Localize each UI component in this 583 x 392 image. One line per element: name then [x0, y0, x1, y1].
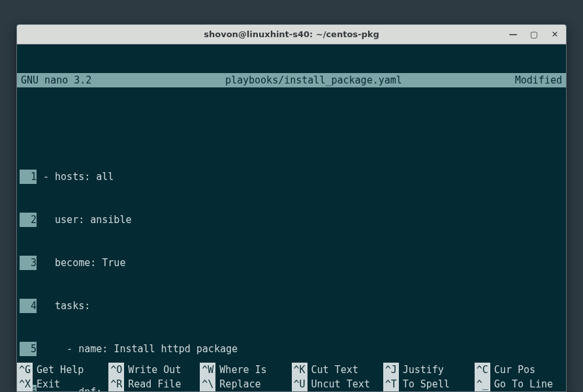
line-text: - hosts: all — [43, 170, 114, 184]
shortcut-key: ^C — [475, 363, 490, 377]
shortcut-key: ^_ — [475, 377, 490, 391]
line-number: 1 — [20, 170, 37, 184]
shortcut-label: Write Out — [128, 363, 181, 377]
line-number: 3 — [20, 256, 37, 270]
nano-app: GNU nano 3.2 — [21, 73, 112, 87]
editor-line: 2 user: ansible — [20, 213, 566, 227]
window-title: shovon@linuxhint-s40: ~/centos-pkg — [17, 29, 566, 39]
nano-header: GNU nano 3.2 playbooks/install_package.y… — [17, 73, 566, 87]
shortcut-label: Exit — [37, 377, 60, 391]
shortcut-key: ^O — [108, 363, 124, 377]
line-text: user: ansible — [43, 213, 131, 227]
line-number: 4 — [20, 299, 37, 313]
terminal-window: shovon@linuxhint-s40: ~/centos-pkg — ▢ ✕… — [16, 24, 567, 392]
shortcut-key: ^G — [17, 363, 33, 377]
shortcut-key: ^K — [292, 363, 307, 377]
line-text: become: True — [43, 256, 125, 270]
line-text: tasks: — [43, 299, 90, 313]
shortcut-key: ^W — [200, 363, 215, 377]
shortcut-label: Where Is — [219, 363, 266, 377]
shortcut-key: ^J — [383, 363, 399, 377]
editor-line: 1- hosts: all — [20, 170, 566, 184]
line-number: 2 — [20, 213, 37, 227]
shortcut-to-spell[interactable]: ^TTo Spell — [383, 377, 475, 391]
editor-line: 3 become: True — [20, 256, 566, 270]
shortcut-label: Cut Text — [311, 363, 358, 377]
terminal-area[interactable]: GNU nano 3.2 playbooks/install_package.y… — [17, 44, 566, 391]
line-text: - name: Install httpd package — [43, 342, 238, 356]
nano-shortcuts: ^GGet Help ^OWrite Out ^WWhere Is ^KCut … — [17, 363, 566, 391]
editor-line: 4 tasks: — [20, 299, 566, 313]
editor-line: 5 - name: Install httpd package — [20, 342, 566, 356]
shortcut-label: Read File — [128, 377, 181, 391]
nano-status: Modified — [515, 73, 562, 87]
shortcut-replace[interactable]: ^\Replace — [200, 377, 291, 391]
shortcut-get-help[interactable]: ^GGet Help — [17, 363, 108, 377]
window-buttons: — ▢ ✕ — [505, 27, 563, 42]
shortcut-key: ^\ — [200, 377, 215, 391]
shortcut-cut-text[interactable]: ^KCut Text — [292, 363, 383, 377]
shortcut-label: Cur Pos — [494, 363, 535, 377]
shortcut-where-is[interactable]: ^WWhere Is — [200, 363, 291, 377]
shortcut-label: Go To Line — [494, 377, 553, 391]
line-number: 5 — [20, 342, 37, 356]
shortcut-label: To Spell — [403, 377, 450, 391]
shortcut-key: ^X — [17, 377, 33, 391]
close-button[interactable]: ✕ — [546, 27, 563, 42]
shortcut-justify[interactable]: ^JJustify — [383, 363, 475, 377]
shortcut-exit[interactable]: ^XExit — [17, 377, 108, 391]
nano-file: playbooks/install_package.yaml — [112, 73, 515, 87]
shortcut-uncut-text[interactable]: ^UUncut Text — [292, 377, 383, 391]
titlebar: shovon@linuxhint-s40: ~/centos-pkg — ▢ ✕ — [17, 25, 566, 44]
editor-body[interactable]: 1- hosts: all 2 user: ansible 3 become: … — [17, 130, 566, 391]
shortcut-key: ^U — [292, 377, 307, 391]
shortcut-label: Justify — [403, 363, 444, 377]
maximize-button[interactable]: ▢ — [526, 27, 543, 42]
shortcut-label: Replace — [219, 377, 260, 391]
shortcut-cur-pos[interactable]: ^CCur Pos — [475, 363, 566, 377]
shortcut-key: ^T — [383, 377, 399, 391]
minimize-button[interactable]: — — [505, 27, 522, 42]
shortcut-label: Get Help — [37, 363, 84, 377]
shortcut-label: Uncut Text — [311, 377, 370, 391]
shortcut-key: ^R — [108, 377, 124, 391]
shortcut-write-out[interactable]: ^OWrite Out — [108, 363, 200, 377]
shortcut-read-file[interactable]: ^RRead File — [108, 377, 200, 391]
shortcut-go-to-line[interactable]: ^_Go To Line — [475, 377, 566, 391]
